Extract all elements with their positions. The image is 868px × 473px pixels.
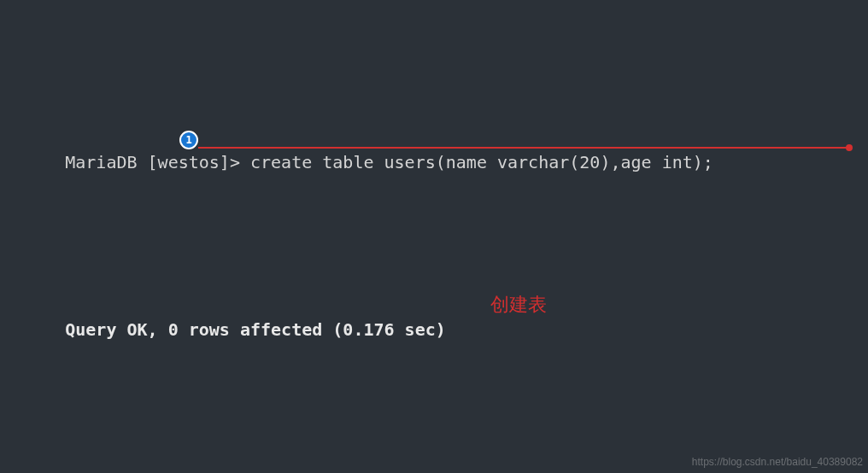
command-line-1: MariaDB [westos]> create table users(nam… (3, 126, 865, 246)
sql-command: create table users(name varchar(20),age … (250, 152, 713, 172)
prompt: MariaDB [westos]> (65, 152, 250, 172)
annotation-text-1: 创建表 (490, 292, 547, 318)
underline-annotation-1 (198, 147, 849, 149)
query-result: Query OK, 0 rows affected (0.176 sec) (65, 319, 446, 340)
command-block-1: MariaDB [westos]> create table users(nam… (3, 79, 865, 437)
result-line-1: Query OK, 0 rows affected (0.176 sec) 创建… (3, 294, 865, 389)
watermark: https://blog.csdn.net/baidu_40389082 (692, 455, 863, 470)
terminal-output: MariaDB [westos]> create table users(nam… (3, 7, 865, 473)
annotation-badge-1: 1 (179, 131, 198, 149)
